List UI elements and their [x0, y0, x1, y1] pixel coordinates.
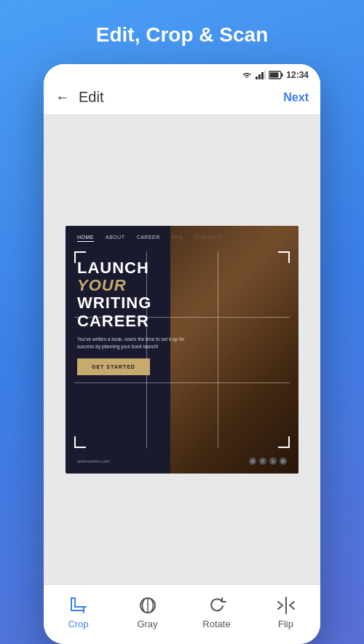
web-footer: www.writers.com ⊙ f t in: [66, 458, 298, 465]
headline-1: LAUNCH: [77, 259, 287, 277]
flip-icon: [276, 595, 296, 616]
battery-icon: [269, 71, 283, 79]
headline-3: WRITING: [77, 294, 287, 312]
flip-tool[interactable]: Flip: [261, 595, 312, 629]
gray-icon: [138, 595, 158, 616]
web-nav-about: ABOUT: [106, 235, 125, 242]
social-icon-2: f: [259, 458, 266, 465]
svg-rect-6: [270, 73, 279, 78]
bottom-toolbar: Crop Gray Rotate: [44, 584, 320, 644]
gray-label: Gray: [137, 619, 157, 629]
headline-4: CAREER: [77, 313, 287, 330]
page-title: Edit: [79, 89, 283, 106]
svg-rect-2: [261, 72, 264, 79]
svg-rect-3: [264, 71, 266, 79]
image-container: HOME ABOUT CAREER FAQ CONTACT LAUNCH YOU…: [66, 226, 298, 474]
status-icons: 12:34: [241, 70, 309, 80]
rotate-label: Rotate: [202, 619, 230, 629]
social-icon-3: t: [269, 458, 277, 465]
social-icon-4: in: [280, 458, 287, 465]
edit-area: HOME ABOUT CAREER FAQ CONTACT LAUNCH YOU…: [44, 115, 320, 584]
next-button[interactable]: Next: [283, 91, 309, 104]
wifi-icon: [241, 71, 253, 79]
social-icon-1: ⊙: [249, 458, 256, 465]
web-nav-home: HOME: [77, 235, 94, 242]
headline-2: YOUR: [77, 277, 287, 294]
web-cta-button: GET STARTED: [77, 358, 150, 375]
gray-tool[interactable]: Gray: [122, 595, 173, 629]
back-button[interactable]: ←: [55, 89, 70, 106]
svg-rect-1: [258, 74, 261, 79]
status-time: 12:34: [286, 70, 309, 80]
website-preview: HOME ABOUT CAREER FAQ CONTACT LAUNCH YOU…: [66, 226, 298, 474]
web-nav-career: CAREER: [137, 235, 160, 242]
svg-rect-5: [282, 74, 283, 77]
web-social-icons: ⊙ f t in: [249, 458, 287, 465]
status-bar: 12:34: [44, 64, 320, 83]
rotate-tool[interactable]: Rotate: [191, 595, 242, 629]
top-nav: ← Edit Next: [44, 83, 320, 115]
signal-icon: [256, 71, 266, 79]
svg-rect-0: [256, 76, 258, 79]
flip-label: Flip: [278, 619, 293, 629]
web-url: www.writers.com: [77, 459, 110, 463]
crop-icon: [68, 595, 89, 616]
web-description: You've written a book, now's the time to…: [77, 336, 194, 350]
phone-frame: 12:34 ← Edit Next HOME ABOUT CAREER FAQ …: [44, 64, 320, 644]
app-title: Edit, Crop & Scan: [82, 0, 282, 64]
crop-label: Crop: [68, 619, 88, 629]
rotate-icon: [207, 595, 227, 616]
crop-tool[interactable]: Crop: [53, 595, 104, 629]
web-content: LAUNCH YOUR WRITING CAREER You've writte…: [66, 248, 298, 375]
